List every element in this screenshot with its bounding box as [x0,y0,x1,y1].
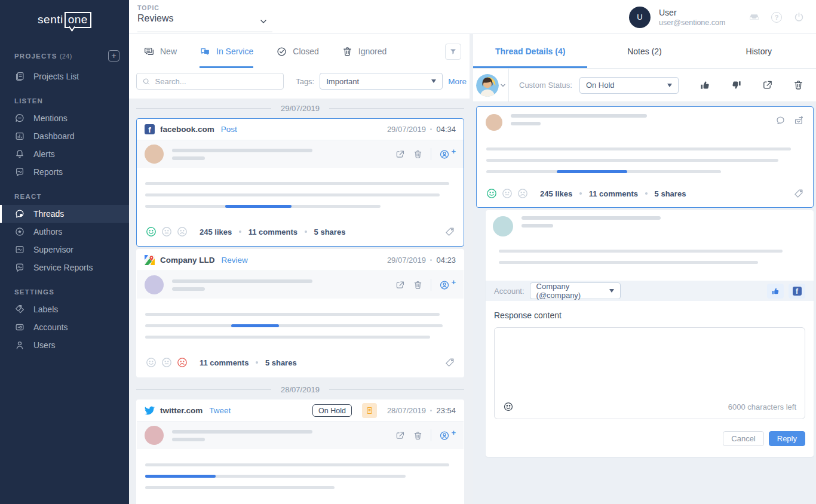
forward-message-icon[interactable] [794,115,804,125]
assignee-selector[interactable] [473,69,509,102]
response-box: 6000 characters left [494,327,805,419]
sentiment-positive-icon[interactable] [486,188,498,199]
inbox-tray-icon[interactable] [748,11,760,23]
sidebar-item-supervisor[interactable]: Supervisor [0,241,129,259]
open-external-icon[interactable] [762,79,773,91]
delete-icon[interactable] [413,280,423,290]
closed-tab-icon [276,46,287,57]
account-select[interactable]: Company (@company) [530,282,621,299]
filter-button[interactable] [445,44,461,60]
thread-type-link[interactable]: Post [221,125,237,134]
response-textarea[interactable] [495,328,805,394]
add-project-button[interactable]: + [108,50,119,62]
sidebar-item-authors[interactable]: Authors [0,223,129,241]
comments-count[interactable]: 11 comments [249,228,297,236]
tab-in-service[interactable]: In Service [200,35,253,68]
facebook-channel-button[interactable]: f [789,284,805,299]
assign-user-button[interactable]: + [439,279,456,291]
sidebar-item-reports[interactable]: Reports [0,163,129,181]
sentiment-positive-icon[interactable] [145,357,157,368]
assign-user-button[interactable]: + [439,430,456,441]
power-icon[interactable] [793,11,805,23]
thread-card-review[interactable]: Company LLD Review 29/07/2019 04:23 [136,249,464,377]
user-email: user@sentione.com [659,19,748,27]
reply-button[interactable]: Reply [769,431,805,446]
projects-header: PROJECTS (24) [14,53,72,60]
open-external-icon[interactable] [395,149,405,159]
tab-notes[interactable]: Notes (2) [587,34,701,68]
sidebar-item-users[interactable]: Users [0,336,129,354]
bell-icon [14,149,25,159]
open-external-icon[interactable] [395,280,405,290]
thread-type-link[interactable]: Review [222,256,248,265]
assign-user-button[interactable]: + [439,149,456,160]
chevron-down-icon [500,82,506,88]
thread-source: Company LLD [160,256,215,265]
cancel-button[interactable]: Cancel [723,431,763,446]
sentiment-neutral-icon[interactable] [161,226,173,238]
custom-status-label: Custom Status: [519,81,572,90]
sentiment-negative-icon[interactable] [176,357,188,368]
shares-count[interactable]: 5 shares [265,358,297,367]
sentiment-neutral-icon[interactable] [161,357,173,368]
chevron-down-icon [259,17,268,26]
reports-icon [14,167,25,177]
delete-icon[interactable] [413,431,423,441]
tags-select[interactable]: Important [320,73,443,90]
emoji-picker-icon[interactable] [503,401,514,412]
tag-icon[interactable] [793,188,804,199]
tag-icon[interactable] [444,226,455,237]
projects-count: (24) [60,53,72,60]
open-external-icon[interactable] [395,431,405,441]
sidebar-item-service-reports[interactable]: Service Reports [0,259,129,276]
thread-card-facebook[interactable]: f facebook.com Post 29/07/2019 04:34 [136,118,464,247]
account-bar: Account: Company (@company) f [486,281,814,301]
thread-time: 23:54 [436,406,456,415]
tag-icon[interactable] [444,357,455,368]
topic-label: TOPIC [137,4,272,11]
assign-user-icon [439,430,450,441]
comments-count[interactable]: 11 comments [200,358,249,367]
thread-time: 04:34 [436,125,456,134]
tab-thread-details[interactable]: Thread Details (4) [473,34,587,68]
commenter-avatar [493,216,513,236]
sidebar-item-dashboard[interactable]: Dashboard [0,127,129,145]
like-as-page-button[interactable] [767,284,784,299]
sentiment-neutral-icon[interactable] [501,188,513,199]
sidebar-item-alerts[interactable]: Alerts [0,145,129,163]
search-input[interactable] [155,77,278,86]
more-filters-link[interactable]: More [448,77,467,86]
shares-count[interactable]: 5 shares [655,189,686,198]
thread-toolbar: Custom Status: On Hold [473,69,816,102]
tab-ignored[interactable]: Ignored [342,35,386,68]
shares-count[interactable]: 5 shares [314,228,346,236]
delete-icon[interactable] [793,79,804,91]
tab-closed[interactable]: Closed [276,35,319,68]
sidebar-item-projects-list[interactable]: Projects List [0,67,129,85]
thumbs-up-icon[interactable] [700,79,711,91]
thread-type-link[interactable]: Tweet [209,406,231,415]
user-avatar[interactable]: U [629,7,651,28]
search-box[interactable] [136,73,284,90]
custom-status-select[interactable]: On Hold [579,77,679,94]
sidebar-item-threads[interactable]: Threads [0,205,129,223]
note-icon[interactable] [362,403,377,418]
thumbs-down-icon[interactable] [731,79,742,91]
logo-text-senti: senti [38,13,63,26]
thread-source: twitter.com [160,406,203,415]
help-icon[interactable]: ? [771,12,782,23]
sentiment-negative-icon[interactable] [517,188,529,199]
sidebar-item-accounts[interactable]: Accounts [0,318,129,336]
sentiment-negative-icon[interactable] [176,226,188,238]
sentiment-positive-icon[interactable] [145,226,157,238]
tab-new[interactable]: New [143,35,177,68]
thread-card-twitter[interactable]: twitter.com Tweet On Hold 28/07/2019 23:… [136,399,464,504]
topic-selector[interactable]: TOPIC Reviews [137,4,272,32]
sidebar-item-mentions[interactable]: Mentions [0,109,129,127]
delete-icon[interactable] [413,149,423,159]
tab-history[interactable]: History [702,34,816,68]
selected-thread-card[interactable]: 245 likes 11 comments 5 shares [476,106,814,208]
comment-bubble-icon[interactable] [775,115,786,125]
sidebar-item-labels[interactable]: Labels [0,300,129,318]
comments-count[interactable]: 11 comments [589,189,638,198]
